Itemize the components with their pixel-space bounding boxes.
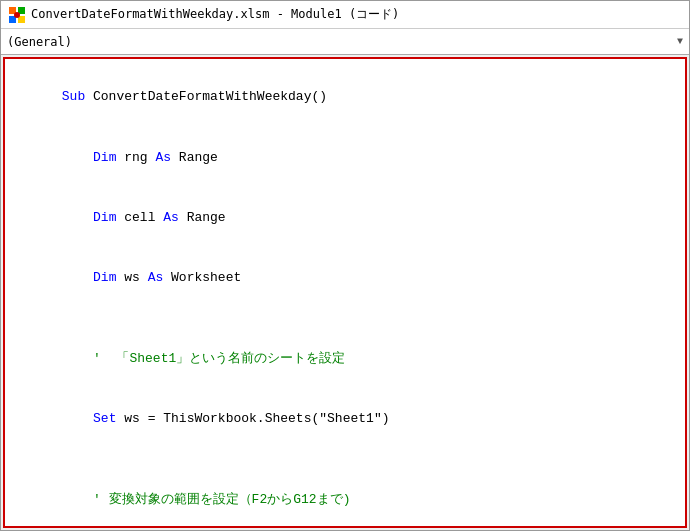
code-line: ' 「Sheet1」という名前のシートを設定 [15, 329, 675, 389]
code-line: Dim cell As Range [15, 188, 675, 248]
code-line: ' 変換対象の範囲を設定（F2からG12まで) [15, 470, 675, 528]
code-line: Dim rng As Range [15, 127, 675, 187]
general-dropdown[interactable]: (General) ▼ [1, 29, 689, 55]
code-line [15, 450, 675, 470]
title-text: ConvertDateFormatWithWeekday.xlsm - Modu… [31, 6, 399, 23]
title-bar: ConvertDateFormatWithWeekday.xlsm - Modu… [1, 1, 689, 29]
dropdown-label: (General) [7, 35, 72, 49]
svg-point-4 [14, 12, 20, 18]
code-editor[interactable]: Sub ConvertDateFormatWithWeekday() Dim r… [3, 57, 687, 528]
code-line: Sub ConvertDateFormatWithWeekday() [15, 67, 675, 127]
vba-icon [9, 7, 25, 23]
vba-editor-window: ConvertDateFormatWithWeekday.xlsm - Modu… [0, 0, 690, 531]
code-line: Set ws = ThisWorkbook.Sheets("Sheet1") [15, 389, 675, 449]
code-line: Dim ws As Worksheet [15, 248, 675, 308]
code-line [15, 309, 675, 329]
chevron-down-icon: ▼ [677, 36, 683, 47]
